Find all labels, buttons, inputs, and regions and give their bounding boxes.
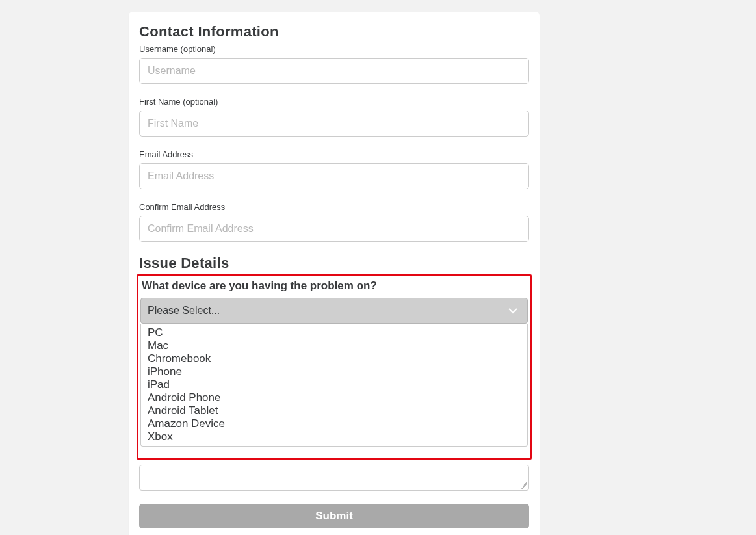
- email-label: Email Address: [139, 150, 529, 159]
- device-option[interactable]: Chromebook: [141, 352, 527, 365]
- issue-section-title: Issue Details: [139, 255, 529, 272]
- device-question-label: What device are you having the problem o…: [140, 280, 528, 293]
- confirm-email-label: Confirm Email Address: [139, 202, 529, 212]
- device-option[interactable]: iPhone: [141, 365, 527, 378]
- device-option[interactable]: Amazon Device: [141, 417, 527, 430]
- confirm-email-input[interactable]: [139, 216, 529, 242]
- firstname-input[interactable]: [139, 111, 529, 137]
- device-options-panel: PC Mac Chromebook iPhone iPad Android Ph…: [140, 324, 528, 447]
- firstname-label: First Name (optional): [139, 97, 529, 107]
- email-input[interactable]: [139, 163, 529, 189]
- device-option[interactable]: Mac: [141, 339, 527, 352]
- support-form-card: Contact Information Username (optional) …: [129, 12, 540, 535]
- device-option[interactable]: PC: [141, 326, 527, 339]
- resize-handle-icon[interactable]: [519, 481, 527, 489]
- chevron-down-icon: [508, 306, 518, 316]
- device-select-highlight: What device are you having the problem o…: [137, 274, 532, 460]
- email-field: Email Address: [139, 150, 529, 189]
- username-label: Username (optional): [139, 44, 529, 54]
- submit-button[interactable]: Submit: [139, 504, 529, 528]
- device-select[interactable]: Please Select...: [140, 298, 528, 324]
- username-input[interactable]: [139, 58, 529, 84]
- contact-section-title: Contact Information: [139, 23, 529, 40]
- device-option[interactable]: Xbox: [141, 430, 527, 443]
- username-field: Username (optional): [139, 44, 529, 84]
- device-option[interactable]: Android Tablet: [141, 404, 527, 417]
- device-option[interactable]: iPad: [141, 378, 527, 391]
- firstname-field: First Name (optional): [139, 97, 529, 137]
- device-option[interactable]: Android Phone: [141, 391, 527, 404]
- description-textarea[interactable]: [139, 465, 529, 491]
- device-select-placeholder: Please Select...: [148, 305, 220, 317]
- confirm-email-field: Confirm Email Address: [139, 202, 529, 242]
